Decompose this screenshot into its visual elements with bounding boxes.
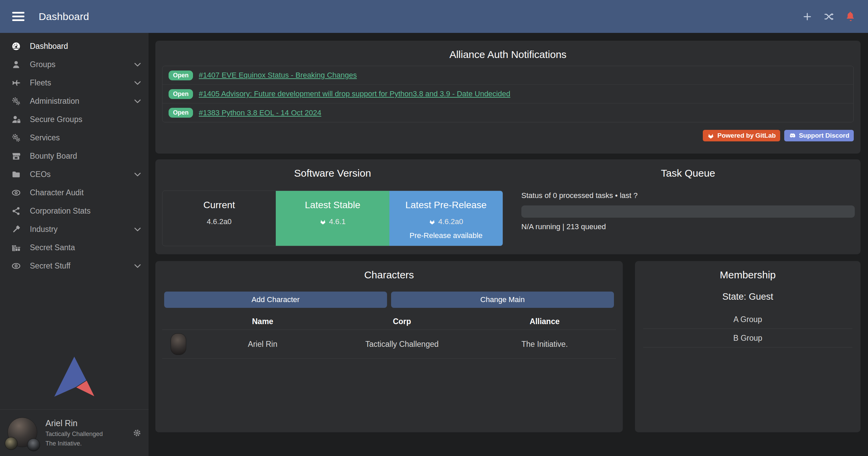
sidebar-item-label: CEOs — [30, 170, 51, 179]
eye-icon — [10, 188, 22, 197]
sidebar-item-label: Fleets — [30, 78, 51, 87]
shuffle-icon[interactable] — [824, 12, 834, 22]
sidebar-item-groups[interactable]: Groups — [0, 55, 149, 74]
gifts-icon — [10, 243, 22, 252]
user-meta: Ariel Rin Tactically Challenged The Init… — [45, 418, 103, 447]
sidebar-item-administration[interactable]: Administration — [0, 92, 149, 110]
gitlab-tanuki-icon — [320, 218, 326, 225]
sidebar-item-label: Administration — [30, 97, 79, 106]
task-queue-progressbar — [521, 205, 855, 218]
cell-corp: Tactically Challenged — [331, 340, 474, 349]
notification-link[interactable]: #1407 EVE Equinox Status - Breaking Chan… — [199, 71, 357, 80]
chevron-down-icon — [133, 60, 142, 69]
sidebar-item-label: Industry — [30, 225, 58, 234]
sidebar-item-secret-stuff[interactable]: Secret Stuff — [0, 257, 149, 275]
sidebar-item-corporation-stats[interactable]: Corporation Stats — [0, 202, 149, 220]
task-queue-title: Task Queue — [521, 167, 855, 179]
version-current-value: 4.6.2a0 — [162, 217, 276, 226]
notification-link[interactable]: #1383 Python 3.8 EOL - 14 Oct 2024 — [199, 108, 321, 117]
table-header-row: Name Corp Alliance — [162, 313, 616, 330]
jet-fighter-icon — [10, 78, 22, 87]
gitlab-badge[interactable]: Powered by GitLab — [703, 130, 780, 141]
membership-title: Membership — [643, 269, 852, 281]
sidebar-item-character-audit[interactable]: Character Audit — [0, 183, 149, 202]
membership-state: State: Guest — [643, 292, 852, 302]
version-stable-value: 4.6.1 — [276, 217, 389, 226]
notification-item: Open #1383 Python 3.8 EOL - 14 Oct 2024 — [162, 103, 853, 122]
hammer-icon — [10, 224, 22, 234]
external-badges: Powered by GitLab Support Discord — [162, 130, 854, 141]
sidebar-item-fleets[interactable]: Fleets — [0, 74, 149, 92]
cell-name: Ariel Rin — [195, 340, 331, 349]
corp-logo-badge — [5, 437, 18, 450]
membership-groups: A Group B Group — [643, 310, 852, 348]
chevron-down-icon — [133, 262, 142, 270]
sidebar-item-label: Groups — [30, 60, 55, 69]
table-row: Ariel Rin Tactically Challenged The Init… — [162, 330, 616, 359]
version-current-cell: Current 4.6.2a0 — [162, 191, 276, 246]
sidebar-item-dashboard[interactable]: Dashboard — [0, 37, 149, 55]
chevron-down-icon — [133, 225, 142, 234]
characters-actions: Add Character Change Main — [162, 292, 616, 308]
sidebar-item-secret-santa[interactable]: Secret Santa — [0, 238, 149, 257]
sidebar-item-services[interactable]: Services — [0, 128, 149, 147]
header-alliance: Alliance — [473, 317, 616, 326]
sidebar-menu: Dashboard Groups Fleets — [0, 33, 149, 275]
task-queue-status: Status of 0 processed tasks • last ? — [521, 191, 855, 200]
change-main-button[interactable]: Change Main — [391, 292, 614, 308]
gears-icon — [10, 133, 22, 142]
sidebar-item-label: Secure Groups — [30, 115, 82, 124]
sidebar: Dashboard Groups Fleets — [0, 33, 149, 456]
cell-alliance: The Initiative. — [473, 340, 616, 349]
sidebar-item-ceos[interactable]: CEOs — [0, 165, 149, 183]
sidebar-item-industry[interactable]: Industry — [0, 220, 149, 238]
software-version-title: Software Version — [162, 167, 503, 179]
notifications-bell-icon[interactable] — [846, 12, 856, 22]
header-corp: Corp — [331, 317, 474, 326]
user-lock-icon — [10, 115, 22, 124]
settings-gear-icon[interactable] — [133, 429, 141, 437]
status-badge: Open — [169, 89, 193, 99]
sidebar-item-label: Character Audit — [30, 188, 84, 197]
sidebar-item-label: Services — [30, 133, 60, 142]
folder-icon — [10, 170, 22, 179]
user-panel: Ariel Rin Tactically Challenged The Init… — [0, 409, 149, 456]
prerelease-note: Pre-Release available — [389, 231, 503, 240]
eye-icon — [10, 261, 22, 271]
notification-item: Open #1405 Advisory: Future development … — [162, 85, 853, 103]
gitlab-tanuki-icon — [429, 218, 436, 225]
version-row: Current 4.6.2a0 Latest Stable 4.6.1 Late… — [162, 191, 503, 246]
group-item: A Group — [643, 310, 852, 329]
user-name: Ariel Rin — [45, 418, 103, 428]
notification-item: Open #1407 EVE Equinox Status - Breaking… — [162, 66, 853, 85]
alliance-auth-logo — [54, 357, 94, 400]
avatar-cell — [162, 333, 195, 355]
sidebar-item-bounty-board[interactable]: Bounty Board — [0, 147, 149, 165]
group-item: B Group — [643, 329, 852, 348]
sidebar-item-secure-groups[interactable]: Secure Groups — [0, 110, 149, 128]
share-nodes-icon — [10, 206, 22, 216]
version-current-label: Current — [162, 200, 276, 211]
discord-badge[interactable]: Support Discord — [784, 130, 854, 141]
version-prerelease-label: Latest Pre-Release — [389, 200, 503, 211]
user-corp: Tactically Challenged — [45, 431, 103, 438]
menu-toggle-icon[interactable] — [12, 12, 24, 21]
sidebar-item-label: Secret Stuff — [30, 261, 71, 271]
task-queue-section: Task Queue Status of 0 processed tasks •… — [510, 159, 861, 254]
version-prerelease-value: 4.6.2a0 — [389, 217, 503, 226]
notification-link[interactable]: #1405 Advisory: Future development will … — [199, 90, 510, 98]
notifications-panel: Alliance Auth Notifications Open #1407 E… — [155, 41, 861, 154]
characters-table: Name Corp Alliance Ariel Rin Tactically … — [162, 313, 616, 359]
notifications-title: Alliance Auth Notifications — [162, 49, 854, 60]
status-badge: Open — [169, 108, 193, 118]
version-stable-label: Latest Stable — [276, 200, 389, 211]
top-navbar: Dashboard — [0, 0, 868, 33]
add-icon[interactable] — [802, 12, 812, 22]
bottom-row: Characters Add Character Change Main Nam… — [155, 261, 861, 432]
chevron-down-icon — [133, 170, 142, 179]
characters-title: Characters — [162, 269, 616, 281]
character-avatar — [171, 333, 186, 355]
add-character-button[interactable]: Add Character — [164, 292, 387, 308]
sidebar-item-label: Bounty Board — [30, 152, 77, 161]
notifications-list: Open #1407 EVE Equinox Status - Breaking… — [162, 66, 854, 122]
